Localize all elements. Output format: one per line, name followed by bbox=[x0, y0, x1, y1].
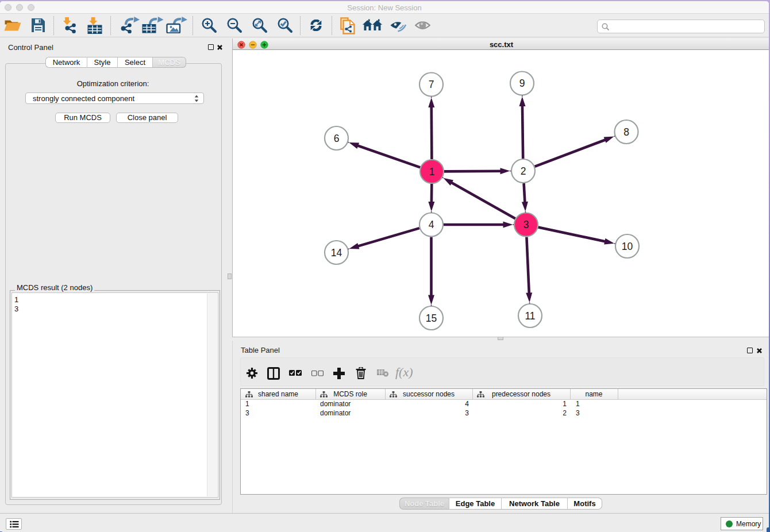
svg-text:10: 10 bbox=[622, 241, 633, 252]
svg-text:15: 15 bbox=[426, 313, 437, 324]
svg-text:2: 2 bbox=[521, 165, 526, 177]
svg-text:3: 3 bbox=[523, 219, 529, 230]
svg-text:4: 4 bbox=[429, 219, 434, 230]
svg-text:8: 8 bbox=[623, 126, 629, 138]
svg-text:9: 9 bbox=[519, 78, 525, 89]
svg-text:6: 6 bbox=[334, 133, 340, 144]
svg-text:1: 1 bbox=[429, 166, 435, 178]
svg-text:7: 7 bbox=[429, 79, 434, 90]
svg-text:11: 11 bbox=[525, 310, 535, 322]
svg-text:14: 14 bbox=[331, 247, 342, 259]
